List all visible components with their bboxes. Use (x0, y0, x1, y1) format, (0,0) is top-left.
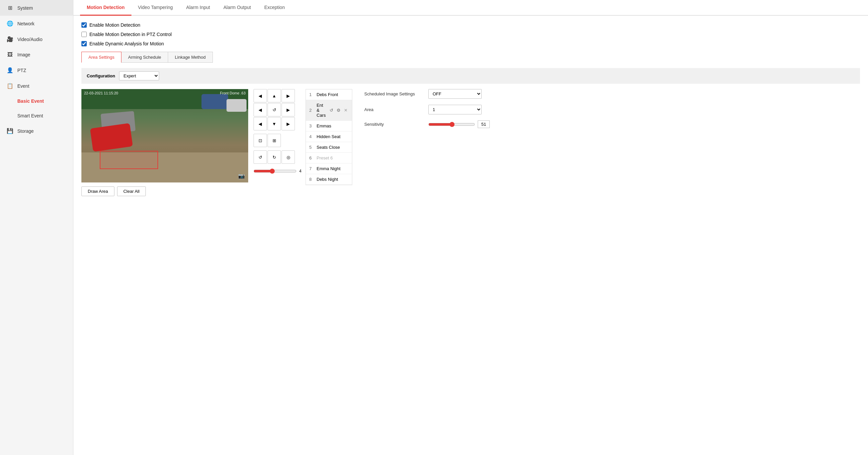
area-select[interactable]: 1 2 3 4 5 6 7 8 (428, 105, 482, 114)
enable-dynamic-checkbox[interactable] (82, 41, 87, 47)
sidebar-item-label: Basic Event (17, 98, 44, 104)
image-icon: 🖼 (7, 52, 13, 58)
preset-num: 7 (309, 166, 315, 171)
sidebar-item-system[interactable]: ⊞ System (0, 0, 73, 16)
enable-motion-checkbox[interactable] (82, 22, 87, 28)
settings-panel: Scheduled Image Settings OFF ON Area 1 2… (358, 89, 860, 134)
scheduled-image-select[interactable]: OFF ON (428, 89, 482, 99)
preset-num: 4 (309, 134, 315, 139)
ptz-center[interactable]: ↺ (268, 103, 281, 116)
tab-alarm-output[interactable]: Alarm Output (217, 0, 257, 16)
ptz-focus-near[interactable]: ↺ (253, 150, 267, 164)
preset-item-7[interactable]: 7 Emma Night (306, 163, 352, 174)
ptz-up-left[interactable]: ◀ (253, 89, 267, 102)
system-icon: ⊞ (7, 5, 13, 11)
speed-slider[interactable] (253, 169, 297, 174)
sidebar-item-image[interactable]: 🖼 Image (0, 47, 73, 62)
scheduled-image-row: Scheduled Image Settings OFF ON (364, 89, 860, 99)
ptz-down-left[interactable]: ◀ (253, 117, 267, 130)
content-area: Enable Motion Detection Enable Motion De… (73, 16, 868, 455)
ptz-left[interactable]: ◀ (253, 103, 267, 116)
subtab-arming-schedule[interactable]: Arming Schedule (121, 52, 168, 63)
tab-alarm-input[interactable]: Alarm Input (180, 0, 217, 16)
ptz-iris[interactable]: ◎ (282, 150, 295, 164)
camera-snapshot-icon[interactable]: 📷 (238, 173, 245, 179)
preset-item-1[interactable]: 1 Debs Front (306, 89, 352, 100)
preset-delete-btn[interactable]: ✕ (343, 108, 349, 113)
sidebar-item-basic-event[interactable]: Basic Event (0, 94, 73, 109)
preset-item-2[interactable]: 2 Ent & Cars ↺ ⚙ ✕ (306, 100, 352, 121)
sidebar-item-event[interactable]: 📋 Event (0, 78, 73, 94)
area-row: Area 1 2 3 4 5 6 7 8 (364, 105, 860, 114)
sidebar-item-storage[interactable]: 💾 Storage (0, 123, 73, 139)
subtab-linkage-method[interactable]: Linkage Method (168, 52, 213, 63)
preset-name: Emma Night (317, 166, 349, 171)
car-blue (202, 94, 228, 109)
ptz-down-right[interactable]: ▶ (282, 117, 295, 130)
checkbox-row-motion: Enable Motion Detection (82, 22, 860, 28)
tab-exception[interactable]: Exception (257, 0, 291, 16)
sidebar-item-label: Event (17, 83, 29, 89)
ptz-up[interactable]: ▲ (268, 89, 281, 102)
preset-name: Debs Front (317, 92, 349, 97)
camera-container: 22-03-2021 11:15:20 Front Dome .63 📷 Dra… (82, 89, 248, 196)
ptz-zoom-wide[interactable]: ⊞ (268, 134, 281, 147)
ptz-controls: ◀ ▲ ▶ ◀ ↺ ▶ ◀ ▼ ▶ ⊡ ⊞ ↺ ↻ (253, 89, 300, 174)
ptz-right[interactable]: ▶ (282, 103, 295, 116)
tab-video-tampering[interactable]: Video Tampering (131, 0, 180, 16)
preset-name-greyed: Preset 6 (317, 155, 349, 160)
preset-list: 1 Debs Front 2 Ent & Cars ↺ ⚙ ✕ 3 Emmas (306, 89, 352, 185)
clear-all-button[interactable]: Clear All (117, 186, 146, 196)
preset-actions: ↺ ⚙ ✕ (329, 108, 349, 113)
video-icon: 🎥 (7, 36, 13, 42)
network-icon: 🌐 (7, 20, 13, 27)
ptz-zoom-tele[interactable]: ⊡ (253, 134, 267, 147)
preset-item-4[interactable]: 4 Hidden Seat (306, 131, 352, 142)
checkbox-row-ptz: Enable Motion Detection in PTZ Control (82, 32, 860, 37)
sidebar-item-video-audio[interactable]: 🎥 Video/Audio (0, 31, 73, 47)
preset-item-6[interactable]: 6 Preset 6 (306, 153, 352, 163)
subtabs: Area Settings Arming Schedule Linkage Me… (82, 52, 860, 63)
sensitivity-control: 51 (428, 120, 490, 128)
camera-timestamp: 22-03-2021 11:15:20 (84, 91, 118, 95)
preset-num: 8 (309, 177, 315, 182)
enable-ptz-label: Enable Motion Detection in PTZ Control (89, 32, 172, 37)
preset-name: Ent & Cars (317, 103, 327, 118)
main-content: Motion Detection Video Tampering Alarm I… (73, 0, 868, 455)
sensitivity-row: Sensitivity 51 (364, 120, 860, 128)
panel-layout: 22-03-2021 11:15:20 Front Dome .63 📷 Dra… (82, 89, 860, 196)
preset-item-5[interactable]: 5 Seats Close (306, 142, 352, 153)
preset-item-8[interactable]: 8 Debs Night (306, 174, 352, 185)
sidebar-item-label: Smart Event (17, 113, 43, 118)
sidebar-item-label: System (17, 5, 33, 11)
sidebar: ⊞ System 🌐 Network 🎥 Video/Audio 🖼 Image… (0, 0, 73, 455)
config-select[interactable]: Expert Normal (119, 71, 159, 81)
checkbox-row-dynamic: Enable Dynamic Analysis for Motion (82, 41, 860, 47)
sidebar-item-label: Video/Audio (17, 37, 42, 42)
ptz-arrow-grid: ◀ ▲ ▶ ◀ ↺ ▶ ◀ ▼ ▶ (253, 89, 300, 130)
sensitivity-label: Sensitivity (364, 122, 424, 127)
draw-area-button[interactable]: Draw Area (82, 186, 115, 196)
camera-name: Front Dome .63 (220, 91, 246, 95)
ptz-down[interactable]: ▼ (268, 117, 281, 130)
camera-buttons: Draw Area Clear All (82, 186, 248, 196)
sidebar-item-smart-event[interactable]: Smart Event (0, 109, 73, 123)
sidebar-item-network[interactable]: 🌐 Network (0, 16, 73, 31)
subtab-area-settings[interactable]: Area Settings (82, 52, 121, 63)
detection-box (100, 151, 158, 169)
camera-view: 22-03-2021 11:15:20 Front Dome .63 📷 (82, 89, 248, 182)
preset-name: Seats Close (317, 145, 349, 150)
preset-settings-btn[interactable]: ⚙ (336, 108, 342, 113)
enable-dynamic-label: Enable Dynamic Analysis for Motion (89, 41, 164, 47)
enable-ptz-checkbox[interactable] (82, 32, 87, 37)
event-icon: 📋 (7, 83, 13, 89)
sensitivity-slider[interactable] (428, 122, 475, 127)
preset-item-3[interactable]: 3 Emmas (306, 121, 352, 131)
ptz-up-right[interactable]: ▶ (282, 89, 295, 102)
preset-name: Debs Night (317, 177, 349, 182)
ptz-focus-far[interactable]: ↻ (268, 150, 281, 164)
preset-goto-btn[interactable]: ↺ (329, 108, 334, 113)
preset-num: 2 (309, 108, 315, 113)
tab-motion-detection[interactable]: Motion Detection (80, 0, 131, 16)
sidebar-item-ptz[interactable]: 👤 PTZ (0, 62, 73, 78)
